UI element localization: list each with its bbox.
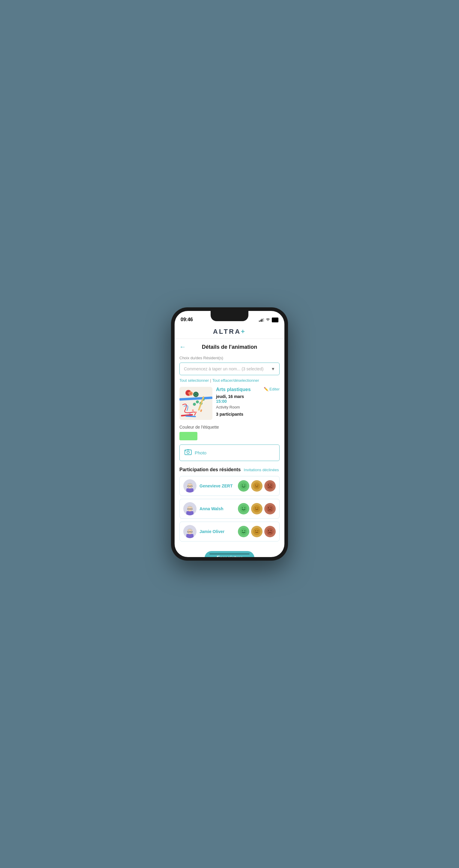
svg-point-42: [269, 485, 270, 485]
pencil-icon: ✏️: [264, 387, 268, 392]
svg-rect-30: [191, 486, 192, 487]
svg-point-23: [187, 451, 189, 454]
svg-point-75: [266, 528, 273, 535]
participation-section: Participation des résidents Invitations …: [179, 467, 280, 541]
logo-text: ALTRA: [213, 328, 241, 335]
activity-card: Arts plastiques ✏️ Editer jeudi, 16 mars…: [179, 387, 280, 420]
happy-button[interactable]: [238, 526, 249, 537]
emoji-buttons: [238, 480, 276, 492]
svg-point-79: [271, 530, 272, 531]
activity-info: Arts plastiques ✏️ Editer jeudi, 16 mars…: [216, 387, 280, 420]
save-section: Enregistrer: [174, 546, 285, 557]
dropdown-arrow-icon: ▼: [271, 367, 275, 371]
svg-rect-29: [188, 486, 189, 487]
svg-point-74: [257, 530, 258, 531]
resident-name: Anna Walsh: [199, 506, 235, 511]
resident-select-dropdown[interactable]: Commencez à taper un nom... (3 selected)…: [179, 363, 280, 375]
svg-point-17: [192, 409, 194, 411]
svg-point-71: [253, 528, 260, 535]
participation-title: Participation des résidents: [179, 467, 241, 472]
back-button[interactable]: ←: [179, 343, 186, 351]
svg-rect-48: [191, 508, 192, 509]
activity-image: [179, 387, 212, 420]
avatar: [183, 479, 197, 493]
status-time: 09:46: [181, 317, 193, 322]
phone-screen: 09:46 97: [174, 311, 285, 557]
svg-point-11: [196, 400, 199, 403]
resident-name: Jamie Oliver: [199, 529, 235, 534]
svg-point-78: [269, 530, 270, 531]
app-header: ALTRA+: [174, 324, 285, 339]
svg-point-53: [253, 505, 260, 512]
svg-point-38: [257, 485, 258, 486]
neutral-button[interactable]: [251, 503, 262, 515]
svg-point-52: [240, 505, 247, 512]
logo-plus: +: [241, 328, 246, 335]
svg-rect-63: [186, 534, 194, 538]
happy-button[interactable]: [238, 503, 249, 515]
svg-rect-25: [185, 451, 186, 451]
photo-button[interactable]: Photo: [179, 444, 280, 461]
svg-point-13: [193, 403, 196, 406]
svg-point-39: [266, 482, 273, 490]
resident-select-placeholder: Commencez à taper un nom... (3 selected): [184, 367, 263, 371]
select-actions: Tout sélectionner | Tout effacer/déselec…: [179, 378, 280, 383]
home-indicator: [209, 553, 250, 555]
activity-location: Activity Room: [216, 405, 280, 409]
svg-point-73: [255, 530, 256, 531]
emoji-buttons: [238, 503, 276, 515]
declined-invitations-link[interactable]: Invitations déclinées: [244, 468, 279, 472]
happy-button[interactable]: [238, 480, 249, 492]
avatar: [183, 525, 197, 538]
svg-point-70: [240, 528, 247, 535]
notch: [210, 311, 249, 321]
svg-point-55: [255, 507, 256, 508]
svg-point-34: [240, 482, 247, 490]
select-divider: |: [210, 378, 211, 383]
color-swatch[interactable]: [179, 432, 197, 440]
photo-icon: [185, 449, 192, 457]
svg-point-18: [195, 411, 197, 413]
activity-time: 15:00: [216, 399, 280, 404]
svg-point-7: [195, 394, 197, 395]
svg-point-60: [269, 507, 270, 508]
svg-rect-27: [186, 488, 194, 493]
svg-point-37: [255, 485, 256, 486]
edit-label: Editer: [269, 387, 280, 392]
resident-select-label: Choix du/des Résident(s): [179, 356, 280, 360]
phone-frame: 09:46 97: [171, 307, 288, 561]
svg-point-43: [271, 485, 272, 485]
page-title: Détails de l'animation: [188, 344, 271, 350]
app-logo: ALTRA+: [174, 328, 285, 336]
svg-rect-65: [188, 531, 189, 532]
svg-rect-66: [191, 531, 192, 532]
status-icons: 97: [259, 317, 278, 322]
photo-label: Photo: [195, 450, 206, 455]
page-nav: ← Détails de l'animation: [174, 339, 285, 354]
svg-rect-24: [187, 449, 189, 450]
activity-date: jeudi, 16 mars: [216, 394, 280, 399]
svg-rect-45: [186, 511, 194, 515]
svg-point-35: [253, 482, 260, 490]
neutral-button[interactable]: [251, 480, 262, 492]
clear-all-link[interactable]: Tout effacer/déselectionner: [212, 378, 259, 383]
svg-point-56: [257, 507, 258, 508]
sad-button[interactable]: [264, 503, 276, 515]
select-all-link[interactable]: Tout sélectionner: [179, 378, 209, 383]
color-label-section: Couleur de l'étiquette: [179, 425, 280, 440]
battery-indicator: 97: [272, 317, 278, 322]
resident-row: Genevieve ZERT: [179, 476, 280, 496]
resident-row: Jamie Oliver: [179, 522, 280, 541]
content-area: Choix du/des Résident(s) Commencez à tap…: [174, 356, 285, 541]
svg-point-61: [271, 507, 272, 508]
neutral-button[interactable]: [251, 526, 262, 537]
sad-button[interactable]: [264, 526, 276, 537]
color-label-title: Couleur de l'étiquette: [179, 425, 280, 430]
svg-point-57: [266, 505, 273, 512]
svg-rect-47: [188, 508, 189, 509]
svg-point-9: [190, 392, 192, 395]
scrollable-content[interactable]: ALTRA+ ← Détails de l'animation Choix du…: [174, 324, 285, 557]
sad-button[interactable]: [264, 480, 276, 492]
avatar: [183, 502, 197, 515]
edit-button[interactable]: ✏️ Editer: [264, 387, 280, 392]
